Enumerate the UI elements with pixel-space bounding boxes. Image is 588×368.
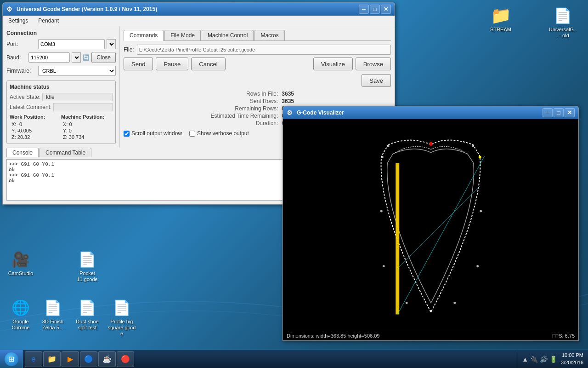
taskbar-media[interactable]: ▶	[62, 351, 79, 367]
desktop-icon-stream[interactable]: 📁 STREAM	[485, 5, 517, 34]
tab-commands[interactable]: Commands	[124, 30, 164, 41]
desktop-icon-3dfinish[interactable]: 📄 3D Finish Zelda 5...	[37, 297, 69, 333]
ugs-window-controls: ─ □ ✕	[359, 5, 391, 14]
refresh-icon[interactable]: 🔄	[83, 53, 90, 62]
camstudio-label: CamStudio	[8, 270, 33, 276]
gcode-titlebar[interactable]: ⚙ G-Code Visualizer ─ □ ✕	[283, 106, 578, 119]
active-state-label: Active State:	[10, 94, 40, 100]
desktop-icon-dustshoe[interactable]: 📄 Dust shoe split test	[71, 297, 103, 333]
desktop-icon-profilebig[interactable]: 📄 Profile big square.gcode	[106, 297, 138, 339]
clock-date: 3/20/2016	[561, 359, 583, 366]
svg-line-2	[397, 186, 480, 268]
port-dropdown[interactable]	[107, 39, 116, 49]
machine-status-panel: Machine status Active State: Idle Latest…	[6, 80, 116, 144]
baud-row: Baud: 🔄 Close	[6, 52, 116, 63]
profilebig-label: Profile big square.gcode	[107, 319, 136, 337]
baud-label: Baud:	[6, 54, 27, 61]
gcode-title-icon: ⚙	[287, 109, 294, 116]
baud-input[interactable]	[28, 52, 70, 63]
z-machine-value: Z: 30.734	[61, 134, 113, 140]
port-select[interactable]	[38, 39, 105, 49]
rows-in-file-value: 3635	[282, 91, 391, 97]
x-work-value: X: -0	[10, 121, 61, 127]
desktop-icon-chrome[interactable]: 🌐 Google Chrome	[5, 297, 37, 333]
ugs-titlebar[interactable]: ⚙ Universal Gcode Sender (Version 1.0.9 …	[3, 3, 395, 16]
taskbar-java[interactable]: ☕	[98, 351, 116, 367]
firmware-select[interactable]: GRBL	[38, 66, 116, 76]
save-button[interactable]: Save	[362, 74, 391, 87]
settings-menu[interactable]: Settings	[6, 17, 31, 25]
gcode-svg	[283, 119, 578, 331]
gcode-close-button[interactable]: ✕	[565, 108, 575, 117]
x-position-row: X: -0 X: 0	[10, 121, 113, 127]
start-button[interactable]: ⊞	[0, 350, 23, 368]
duration-label: Duration:	[124, 120, 278, 126]
show-verbose-checkbox[interactable]	[189, 131, 195, 137]
svg-point-13	[453, 302, 456, 304]
svg-point-16	[479, 155, 481, 158]
stream-label: STREAM	[490, 27, 511, 33]
taskbar-cam[interactable]: 🔴	[117, 351, 134, 367]
visualize-button[interactable]: Visualize	[313, 58, 353, 70]
z-position-row: Z: 20.32 Z: 30.734	[10, 134, 113, 140]
chrome-label: Google Chrome	[6, 319, 35, 331]
taskbar-chrome[interactable]: 🔵	[80, 351, 97, 367]
ie-icon: e	[29, 355, 38, 364]
svg-point-12	[406, 302, 408, 304]
tray-battery: 🔋	[549, 356, 557, 363]
estimated-time-label: Estimated Time Remaining:	[124, 113, 278, 119]
left-panel: Connection Port: Baud: 🔄 Close Firmware:	[3, 26, 120, 148]
x-machine-value: X: 0	[61, 121, 113, 127]
remaining-rows-label: Remaining Rows:	[124, 105, 278, 112]
ugs-menubar: Settings Pendant	[3, 16, 395, 26]
close-button[interactable]: ✕	[381, 5, 391, 14]
baud-dropdown[interactable]	[72, 52, 81, 63]
latest-comment-value	[53, 103, 113, 111]
svg-point-4	[387, 145, 390, 147]
show-verbose-label[interactable]: Show verbose output	[189, 130, 249, 137]
tab-machinecontrol[interactable]: Machine Control	[202, 30, 254, 40]
desktop-icon-pocket11[interactable]: 📄 Pocket 11.gcode	[71, 248, 103, 284]
minimize-button[interactable]: ─	[359, 5, 369, 14]
scroll-output-label[interactable]: Scroll output window	[124, 130, 182, 137]
universalold-label: UniversalG... - old	[548, 27, 577, 39]
tab-macros[interactable]: Macros	[254, 30, 284, 40]
gcode-minimize-button[interactable]: ─	[543, 108, 553, 117]
tray-arrow[interactable]: ▲	[522, 356, 528, 363]
taskbar-right: ▲ 🔌 🔊 🔋 10:00 PM 3/20/2016	[517, 350, 588, 368]
chrome-taskbar-icon: 🔵	[84, 355, 93, 364]
machine-status-title: Machine status	[10, 84, 113, 90]
ugs-title-text: Universal Gcode Sender (Version 1.0.9 / …	[17, 6, 356, 12]
active-state-row: Active State: Idle	[10, 93, 113, 101]
gcode-maximize-button[interactable]: □	[554, 108, 564, 117]
file-path-input[interactable]	[137, 45, 391, 55]
pendant-menu[interactable]: Pendant	[35, 17, 62, 25]
tab-console[interactable]: Console	[6, 148, 39, 157]
taskbar-explorer[interactable]: 📁	[43, 351, 61, 367]
taskbar-items: e 📁 ▶ 🔵 ☕ 🔴	[23, 350, 517, 368]
cancel-button[interactable]: Cancel	[191, 58, 225, 70]
profilebig-icon: 📄	[113, 299, 131, 317]
pause-button[interactable]: Pause	[156, 58, 188, 70]
y-machine-value: Y: 0	[61, 128, 113, 133]
y-position-row: Y: -0.005 Y: 0	[10, 128, 113, 133]
work-pos-header: Work Position:	[10, 114, 61, 120]
browse-button[interactable]: Browse	[356, 58, 391, 70]
maximize-button[interactable]: □	[370, 5, 380, 14]
main-tabs: Commands File Mode Machine Control Macro…	[124, 30, 391, 41]
scroll-output-checkbox[interactable]	[124, 131, 130, 137]
tray-volume[interactable]: 🔊	[540, 356, 548, 363]
desktop-icon-camstudio[interactable]: 🎥 CamStudio	[5, 248, 37, 278]
gcode-title-text: G-Code Visualizer	[297, 109, 540, 116]
tab-command-table[interactable]: Command Table	[40, 148, 91, 157]
pocket11-icon: 📄	[78, 250, 96, 269]
gcode-window-controls: ─ □ ✕	[543, 108, 575, 117]
close-connection-button[interactable]: Close	[91, 52, 116, 63]
connection-title: Connection	[6, 30, 116, 36]
taskbar-ie[interactable]: e	[25, 351, 42, 367]
desktop: 🎥 CamStudio 📄 Pocket 11.gcode 🌐 Google C…	[0, 0, 588, 368]
3dfinish-label: 3D Finish Zelda 5...	[39, 319, 67, 331]
send-button[interactable]: Send	[124, 58, 153, 70]
tab-filemode[interactable]: File Mode	[164, 30, 201, 40]
desktop-icon-universalold[interactable]: 📄 UniversalG... - old	[547, 5, 579, 40]
